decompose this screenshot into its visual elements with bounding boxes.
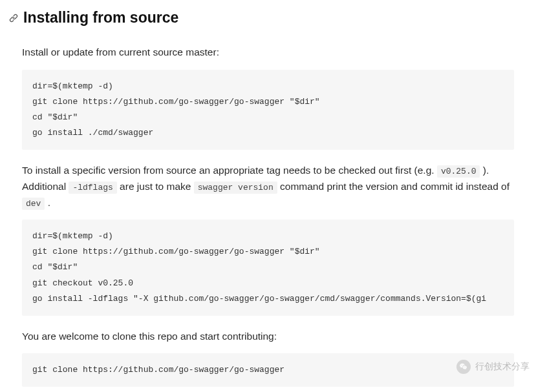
text: To install a specific version from sourc… (22, 165, 437, 176)
intro-paragraph: Install or update from current source ma… (22, 45, 514, 61)
code-tag: v0.25.0 (437, 165, 480, 178)
code-ldflags: -ldflags (69, 181, 116, 194)
heading-row: Installing from source (9, 9, 514, 26)
code-dev: dev (22, 198, 45, 210)
section-heading: Installing from source (23, 9, 178, 26)
document-content: Installing from source Install or update… (0, 0, 536, 392)
link-icon[interactable] (9, 14, 18, 23)
code-block-install-version: dir=$(mktemp -d) git clone https://githu… (22, 220, 514, 315)
code-content: dir=$(mktemp -d) git clone https://githu… (32, 229, 504, 306)
code-content: git clone https://github.com/go-swagger/… (32, 362, 504, 378)
text: command print the version and commit id … (277, 181, 509, 192)
code-swagger-version: swagger version (194, 181, 277, 194)
text: . (45, 197, 50, 208)
version-paragraph: To install a specific version from sourc… (22, 163, 514, 211)
code-block-clone: git clone https://github.com/go-swagger/… (22, 353, 514, 387)
code-block-install-master: dir=$(mktemp -d) git clone https://githu… (22, 70, 514, 150)
code-content: dir=$(mktemp -d) git clone https://githu… (32, 79, 504, 141)
text: are just to make (117, 181, 194, 192)
contribute-paragraph: You are welcome to clone this repo and s… (22, 329, 514, 345)
